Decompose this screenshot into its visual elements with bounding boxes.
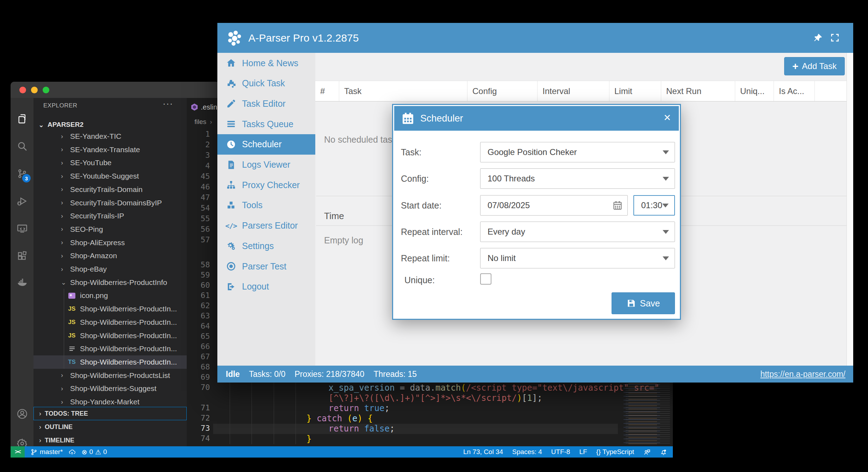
tree-folder-shop-wildberries-suggest[interactable]: ›Shop-Wildberries-Suggest bbox=[33, 382, 187, 395]
column-header-limit[interactable]: Limit bbox=[609, 81, 661, 101]
sidebar-item-home-news[interactable]: Home & News bbox=[217, 53, 315, 73]
column-header-config[interactable]: Config bbox=[467, 81, 538, 101]
unique-checkbox[interactable] bbox=[480, 273, 491, 285]
tree-file-shop-wildberries-productin[interactable]: JSShop-Wildberries-ProductIn... bbox=[33, 302, 187, 316]
sidebar-item-proxy-checker[interactable]: Proxy Checker bbox=[217, 175, 315, 195]
config-select[interactable]: 100 Threads bbox=[480, 168, 675, 189]
tree-file-shop-wildberries-productin[interactable]: JSShop-Wildberries-ProductIn... bbox=[33, 329, 187, 342]
macos-zoom-button[interactable] bbox=[43, 87, 49, 93]
no-tasks-message: No scheduled tasks bbox=[324, 135, 401, 145]
activity-account-icon[interactable] bbox=[11, 403, 33, 425]
repeat-interval-select[interactable]: Every day bbox=[480, 222, 675, 242]
code-line: } catch (e) { bbox=[306, 414, 373, 424]
column-header-interval[interactable]: Interval bbox=[538, 81, 609, 101]
tree-item-label: Shop-Wildberries-ProductIn... bbox=[80, 331, 177, 340]
tree-file-shop-wildberries-productin[interactable]: JSShop-Wildberries-ProductIn... bbox=[33, 316, 187, 329]
indentation[interactable]: Spaces: 4 bbox=[512, 448, 542, 456]
tree-file-shop-wildberries-productin[interactable]: Shop-Wildberries-ProductIn... bbox=[33, 342, 187, 355]
tree-folder-seo-ping[interactable]: ›SEO-Ping bbox=[33, 223, 187, 236]
activity-docker-icon[interactable] bbox=[11, 271, 33, 293]
tree-folder-shop-ebay[interactable]: ›Shop-eBay bbox=[33, 262, 187, 276]
dialog-header[interactable]: Scheduler ✕ bbox=[394, 106, 679, 131]
workspace-root-folder[interactable]: ⌄ APARSER2 bbox=[33, 120, 187, 130]
save-button[interactable]: Save bbox=[612, 292, 675, 314]
aparser-site-link[interactable]: https://en.a-parser.com/ bbox=[760, 369, 845, 379]
panel-timeline[interactable]: ›TIMELINE bbox=[33, 434, 187, 447]
activity-search-icon[interactable] bbox=[11, 135, 33, 157]
sidebar-item-label: Tasks Queue bbox=[242, 119, 293, 129]
repeat-limit-select[interactable]: No limit bbox=[480, 248, 675, 268]
add-task-button[interactable]: + Add Task bbox=[784, 57, 845, 75]
sidebar-item-quick-task[interactable]: Quick Task bbox=[217, 73, 315, 94]
tree-folder-se-youtube-suggest[interactable]: ›SE-Youtube-Suggest bbox=[33, 169, 187, 183]
sidebar-item-tools[interactable]: Tools bbox=[217, 195, 315, 216]
start-date-input[interactable]: 07/08/2025 bbox=[480, 195, 628, 216]
code-icon: </> bbox=[226, 221, 236, 231]
tree-file-shop-wildberries-productin[interactable]: TSShop-Wildberries-ProductIn... bbox=[33, 355, 187, 369]
cursor-position[interactable]: Ln 73, Col 34 bbox=[463, 448, 503, 456]
tree-folder-shop-wildberries-productslist[interactable]: ›Shop-Wildberries-ProductsList bbox=[33, 369, 187, 382]
problems-item[interactable]: ⊗ 0 ⚠ 0 bbox=[81, 448, 107, 456]
tree-folder-se-yandex-tic[interactable]: ›SE-Yandex-TIC bbox=[33, 130, 187, 143]
save-label: Save bbox=[640, 298, 660, 309]
tree-folder-se-yandex-translate[interactable]: ›SE-Yandex-Translate bbox=[33, 143, 187, 156]
column-header-[interactable]: # bbox=[315, 81, 339, 101]
feedback-icon[interactable] bbox=[643, 448, 651, 456]
column-header-is-ac[interactable]: Is Ac... bbox=[774, 81, 815, 101]
eol-sequence[interactable]: LF bbox=[579, 448, 587, 456]
tree-item-label: Shop-Wildberries-ProductIn... bbox=[80, 318, 177, 327]
breadcrumb-item[interactable]: files bbox=[194, 118, 206, 126]
encoding[interactable]: UTF-8 bbox=[551, 448, 570, 456]
remote-indicator[interactable]: >< bbox=[11, 446, 25, 458]
sidebar-item-tasks-queue[interactable]: Tasks Queue bbox=[217, 114, 315, 134]
tree-folder-securitytrails-domain[interactable]: ›SecurityTrails-Domain bbox=[33, 183, 187, 196]
macos-minimize-button[interactable] bbox=[31, 87, 38, 93]
panel-outline[interactable]: ›OUTLINE bbox=[33, 420, 187, 434]
line-number: 73 bbox=[187, 424, 210, 433]
activity-explorer-icon[interactable] bbox=[11, 108, 33, 130]
activity-source-control-icon[interactable]: 3 bbox=[11, 163, 33, 185]
activity-extensions-icon[interactable] bbox=[11, 245, 33, 267]
tree-file-icon-png[interactable]: icon.png bbox=[33, 289, 187, 302]
code-line: [^\?]+\?([\d\.]+)"[^>]*>\s*<\/script/)[1… bbox=[329, 393, 542, 403]
sidebar-item-parsers-editor[interactable]: </>Parsers Editor bbox=[217, 216, 315, 236]
scrollbar-track[interactable] bbox=[847, 53, 853, 366]
tree-folder-securitytrails-ip[interactable]: ›SecurityTrails-IP bbox=[33, 209, 187, 223]
task-label: Task: bbox=[401, 147, 421, 157]
sidebar-item-logs-viewer[interactable]: Logs Viewer bbox=[217, 155, 315, 175]
tree-item-label: Shop-Wildberries-Suggest bbox=[70, 384, 156, 393]
file-tree: ›SE-Yandex-TIC›SE-Yandex-Translate›SE-Yo… bbox=[33, 130, 187, 412]
tree-folder-securitytrails-domainsbyip[interactable]: ›SecurityTrails-DomainsByIP bbox=[33, 196, 187, 210]
notifications-bell-icon[interactable] bbox=[660, 448, 667, 456]
macos-close-button[interactable] bbox=[19, 87, 26, 93]
tree-folder-se-youtube[interactable]: ›SE-YouTube bbox=[33, 156, 187, 169]
pin-icon[interactable] bbox=[813, 33, 823, 43]
calendar-icon[interactable] bbox=[613, 200, 622, 210]
tree-folder-shop-aliexpress[interactable]: ›Shop-AliExpress bbox=[33, 236, 187, 249]
column-header-task[interactable]: Task bbox=[339, 81, 467, 101]
activity-debug-icon[interactable] bbox=[11, 190, 33, 212]
column-header-next-run[interactable]: Next Run bbox=[661, 81, 735, 101]
sync-item[interactable] bbox=[68, 448, 76, 456]
column-header-uniq[interactable]: Uniq... bbox=[735, 81, 774, 101]
sidebar-item-parser-test[interactable]: Parser Test bbox=[217, 256, 315, 277]
ts-file-icon: TS bbox=[67, 358, 76, 366]
minimap[interactable] bbox=[619, 383, 671, 445]
task-select[interactable]: Google Position Cheker bbox=[480, 142, 675, 162]
sidebar-item-logout[interactable]: Logout bbox=[217, 277, 315, 297]
start-time-select[interactable]: 01:30 bbox=[633, 195, 675, 216]
sidebar-item-settings[interactable]: Settings bbox=[217, 236, 315, 256]
sidebar-item-task-editor[interactable]: Task Editor bbox=[217, 93, 315, 114]
panel-label: OUTLINE bbox=[45, 423, 73, 431]
close-icon[interactable]: ✕ bbox=[663, 112, 671, 123]
sidebar-item-scheduler[interactable]: Scheduler bbox=[217, 134, 315, 155]
activity-remote-icon[interactable] bbox=[11, 218, 33, 240]
breadcrumb[interactable]: files › bbox=[187, 116, 212, 128]
tree-folder-shop-wildberries-productinfo[interactable]: ⌄Shop-Wildberries-ProductInfo bbox=[33, 276, 187, 289]
more-actions-icon[interactable]: ··· bbox=[163, 99, 173, 108]
git-branch-item[interactable]: master* bbox=[30, 448, 63, 456]
fullscreen-icon[interactable] bbox=[830, 33, 840, 43]
language-mode[interactable]: {} TypeScript bbox=[596, 448, 634, 456]
panel-todos-tree[interactable]: ›TODOS: TREE bbox=[33, 407, 187, 420]
tree-folder-shop-amazon[interactable]: ›Shop-Amazon bbox=[33, 249, 187, 262]
